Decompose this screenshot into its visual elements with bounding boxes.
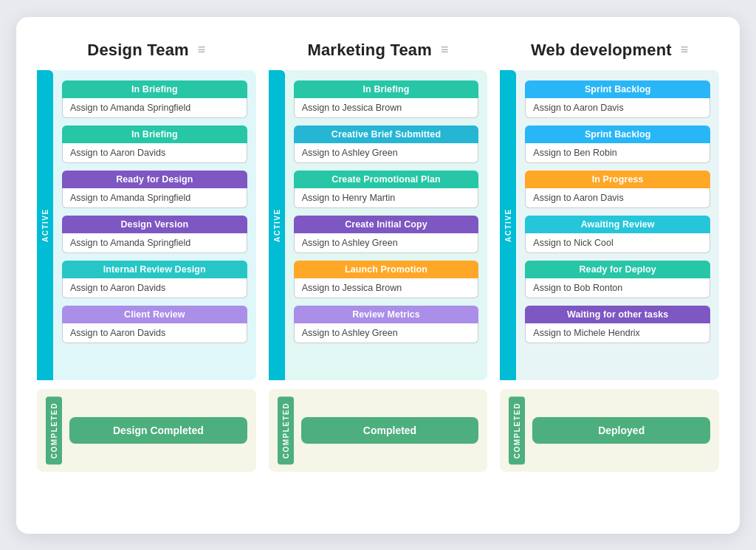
column-design-team: Design Team≡ACTIVEIn BriefingAssign to A… — [37, 41, 256, 472]
card-assign[interactable]: Assign to Ashley Green — [294, 143, 479, 163]
card-status: Awaiting Review — [525, 216, 710, 233]
column-divider — [262, 41, 263, 472]
card-status: Sprint Backlog — [525, 126, 710, 143]
card-status: Client Review — [62, 306, 247, 323]
card: Client ReviewAssign to Aaron Davids — [62, 306, 247, 343]
card: Launch PromotionAssign to Jessica Brown — [294, 261, 479, 298]
card-status: In Briefing — [62, 126, 247, 143]
column-divider — [493, 41, 494, 472]
completed-bar-web-development: COMPLETED — [509, 396, 525, 464]
completed-section-web-development: COMPLETEDDeployed — [500, 389, 719, 472]
active-bar-marketing-team: ACTIVE — [269, 70, 285, 380]
completed-content-marketing-team: Completed — [301, 396, 479, 464]
card-assign[interactable]: Assign to Amanda Springfield — [62, 233, 247, 253]
active-section-design-team: In BriefingAssign to Amanda SpringfieldI… — [53, 70, 256, 380]
card-status: Internal Review Design — [62, 261, 247, 278]
board: Design Team≡ACTIVEIn BriefingAssign to A… — [37, 41, 719, 472]
card: In ProgressAssign to Aaron Davis — [525, 171, 710, 208]
column-header-design-team: Design Team≡ — [37, 41, 256, 60]
card-assign[interactable]: Assign to Bob Ronton — [525, 278, 710, 298]
card-status: In Progress — [525, 171, 710, 188]
column-header-marketing-team: Marketing Team≡ — [269, 41, 488, 60]
completed-section-marketing-team: COMPLETEDCompleted — [269, 389, 488, 472]
card-status: In Briefing — [294, 80, 479, 98]
card: Ready for DeployAssign to Bob Ronton — [525, 261, 710, 298]
card-assign[interactable]: Assign to Nick Cool — [525, 233, 710, 253]
card: In BriefingAssign to Jessica Brown — [294, 80, 479, 118]
card-assign[interactable]: Assign to Aaron Davids — [62, 143, 247, 163]
card-assign[interactable]: Assign to Amanda Springfield — [62, 98, 247, 118]
completed-content-design-team: Design Completed — [69, 396, 247, 464]
column-body-web-development: ACTIVESprint BacklogAssign to Aaron Davi… — [500, 70, 719, 380]
card-status: Create Promotional Plan — [294, 171, 479, 188]
card-assign[interactable]: Assign to Aaron Davids — [62, 278, 247, 298]
card: Internal Review DesignAssign to Aaron Da… — [62, 261, 247, 298]
card: In BriefingAssign to Amanda Springfield — [62, 80, 247, 118]
completed-button-marketing-team[interactable]: Completed — [301, 417, 479, 444]
card: Sprint BacklogAssign to Aaron Davis — [525, 80, 710, 118]
card-assign[interactable]: Assign to Jessica Brown — [294, 278, 479, 298]
column-title-marketing-team: Marketing Team — [307, 41, 432, 60]
card-status: Ready for Deploy — [525, 261, 710, 278]
column-title-design-team: Design Team — [87, 41, 189, 60]
completed-button-design-team[interactable]: Design Completed — [69, 417, 247, 444]
card: Creative Brief SubmittedAssign to Ashley… — [294, 126, 479, 163]
card-status: Waiting for other tasks — [525, 306, 710, 323]
completed-bar-design-team: COMPLETED — [46, 396, 62, 464]
card-status: In Briefing — [62, 80, 247, 98]
column-marketing-team: Marketing Team≡ACTIVEIn BriefingAssign t… — [269, 41, 488, 472]
card: Ready for DesignAssign to Amanda Springf… — [62, 171, 247, 208]
card: Review MetricsAssign to Ashley Green — [294, 306, 479, 343]
card: Design VersionAssign to Amanda Springfie… — [62, 216, 247, 253]
card-assign[interactable]: Assign to Amanda Springfield — [62, 188, 247, 208]
card-assign[interactable]: Assign to Jessica Brown — [294, 98, 479, 118]
column-body-design-team: ACTIVEIn BriefingAssign to Amanda Spring… — [37, 70, 256, 380]
active-section-marketing-team: In BriefingAssign to Jessica BrownCreati… — [285, 70, 488, 380]
card-assign[interactable]: Assign to Henry Martin — [294, 188, 479, 208]
column-menu-icon-web-development[interactable]: ≡ — [681, 42, 689, 58]
column-menu-icon-design-team[interactable]: ≡ — [198, 42, 206, 58]
card: Create Initial CopyAssign to Ashley Gree… — [294, 216, 479, 253]
column-web-development: Web development≡ACTIVESprint BacklogAssi… — [500, 41, 719, 472]
card-status: Create Initial Copy — [294, 216, 479, 233]
card-assign[interactable]: Assign to Ashley Green — [294, 323, 479, 343]
card-status: Creative Brief Submitted — [294, 126, 479, 143]
card-assign[interactable]: Assign to Ashley Green — [294, 233, 479, 253]
card-status: Launch Promotion — [294, 261, 479, 278]
column-title-web-development: Web development — [531, 41, 672, 60]
card: Sprint BacklogAssign to Ben Robin — [525, 126, 710, 163]
column-menu-icon-marketing-team[interactable]: ≡ — [441, 42, 449, 58]
card: Awaiting ReviewAssign to Nick Cool — [525, 216, 710, 253]
active-bar-web-development: ACTIVE — [500, 70, 516, 380]
card-status: Ready for Design — [62, 171, 247, 188]
card-assign[interactable]: Assign to Ben Robin — [525, 143, 710, 163]
active-section-web-development: Sprint BacklogAssign to Aaron DavisSprin… — [516, 70, 719, 380]
card: In BriefingAssign to Aaron Davids — [62, 126, 247, 163]
card-assign[interactable]: Assign to Aaron Davis — [525, 188, 710, 208]
board-container: Design Team≡ACTIVEIn BriefingAssign to A… — [16, 17, 740, 534]
completed-button-web-development[interactable]: Deployed — [532, 417, 710, 444]
completed-bar-marketing-team: COMPLETED — [278, 396, 294, 464]
completed-content-web-development: Deployed — [532, 396, 710, 464]
active-bar-design-team: ACTIVE — [37, 70, 53, 380]
card-status: Design Version — [62, 216, 247, 233]
completed-section-design-team: COMPLETEDDesign Completed — [37, 389, 256, 472]
column-body-marketing-team: ACTIVEIn BriefingAssign to Jessica Brown… — [269, 70, 488, 380]
card-assign[interactable]: Assign to Michele Hendrix — [525, 323, 710, 343]
card-assign[interactable]: Assign to Aaron Davis — [525, 98, 710, 118]
card-status: Sprint Backlog — [525, 80, 710, 98]
card: Create Promotional PlanAssign to Henry M… — [294, 171, 479, 208]
column-header-web-development: Web development≡ — [500, 41, 719, 60]
card-assign[interactable]: Assign to Aaron Davids — [62, 323, 247, 343]
card: Waiting for other tasksAssign to Michele… — [525, 306, 710, 343]
card-status: Review Metrics — [294, 306, 479, 323]
